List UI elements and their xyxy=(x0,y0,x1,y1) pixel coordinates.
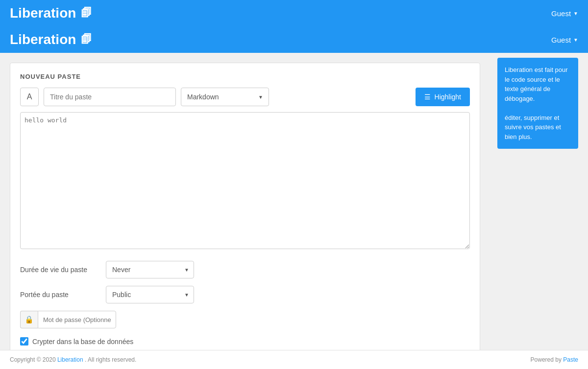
navbar-brand-second[interactable]: Liberation 🗐 xyxy=(10,32,92,47)
guest-menu-second[interactable]: Guest ▼ xyxy=(551,36,578,44)
paste-textarea[interactable] xyxy=(20,112,470,249)
lifetime-select-wrapper: Never 10 Minutes 1 Hour 1 Day 1 Week 1 M… xyxy=(106,261,194,278)
lifetime-label: Durée de vie du paste xyxy=(20,266,98,274)
brand-text: Liberation xyxy=(10,5,76,21)
footer-left: Copyright © 2020 Liberation . All rights… xyxy=(10,356,136,363)
navbar-second: Liberation 🗐 Guest ▼ xyxy=(0,26,588,53)
font-icon: A xyxy=(27,92,32,101)
info-text2: éditer, supprimer et suivre vos pastes e… xyxy=(505,113,571,142)
scope-select[interactable]: Public Private Unlisted xyxy=(106,286,194,303)
navbar-brand[interactable]: Liberation 🗐 xyxy=(10,5,92,21)
brand-text-second: Liberation xyxy=(10,32,76,47)
encrypt-label[interactable]: Crypter dans la base de données xyxy=(32,338,133,346)
copyright-text: Copyright © 2020 xyxy=(10,356,56,363)
title-input[interactable] xyxy=(44,88,176,106)
footer-right: Powered by Paste xyxy=(531,356,578,363)
scope-row: Portée du paste Public Private Unlisted xyxy=(20,286,470,303)
navbar: Liberation 🗐 Guest ▼ xyxy=(0,0,588,26)
caret-icon: ▼ xyxy=(573,11,578,16)
footer: Copyright © 2020 Liberation . All rights… xyxy=(0,350,588,369)
main-content: NOUVEAU PASTE A Markdown Plain Text HTML… xyxy=(0,53,588,369)
encrypt-checkbox[interactable] xyxy=(20,337,28,346)
copy-icon-second: 🗐 xyxy=(81,33,92,46)
highlight-icon: ☰ xyxy=(424,93,431,101)
highlight-button[interactable]: ☰ Highlight xyxy=(416,88,470,106)
lifetime-row: Durée de vie du paste Never 10 Minutes 1… xyxy=(20,261,470,278)
title-row: A Markdown Plain Text HTML JavaScript Py… xyxy=(20,88,470,106)
password-input[interactable] xyxy=(38,311,116,328)
highlight-label: Highlight xyxy=(435,93,461,101)
lock-icon: 🔒 xyxy=(20,311,38,328)
syntax-select[interactable]: Markdown Plain Text HTML JavaScript Pyth… xyxy=(181,88,269,106)
scope-select-wrapper: Public Private Unlisted xyxy=(106,286,194,303)
copy-icon: 🗐 xyxy=(81,7,92,20)
info-text: Liberation est fait pour le code source … xyxy=(505,65,571,103)
caret-icon-second: ▼ xyxy=(573,37,578,43)
font-button[interactable]: A xyxy=(20,88,39,106)
guest-label: Guest xyxy=(551,9,571,18)
guest-label-second: Guest xyxy=(551,36,571,44)
info-box: Liberation est fait pour le code source … xyxy=(497,58,578,149)
syntax-select-wrapper: Markdown Plain Text HTML JavaScript Pyth… xyxy=(181,88,269,106)
lifetime-select[interactable]: Never 10 Minutes 1 Hour 1 Day 1 Week 1 M… xyxy=(106,261,194,278)
footer-paste-link[interactable]: Paste xyxy=(563,356,578,363)
card-title: NOUVEAU PASTE xyxy=(20,73,470,80)
guest-menu[interactable]: Guest ▼ xyxy=(551,9,578,18)
password-row: 🔒 xyxy=(20,311,128,328)
scope-label: Portée du paste xyxy=(20,291,98,299)
rights-text: . All rights reserved. xyxy=(85,356,136,363)
checkbox-row: Crypter dans la base de données xyxy=(20,337,470,346)
footer-brand-link[interactable]: Liberation xyxy=(57,356,83,363)
paste-card: NOUVEAU PASTE A Markdown Plain Text HTML… xyxy=(10,63,480,369)
powered-by-text: Powered by xyxy=(531,356,562,363)
